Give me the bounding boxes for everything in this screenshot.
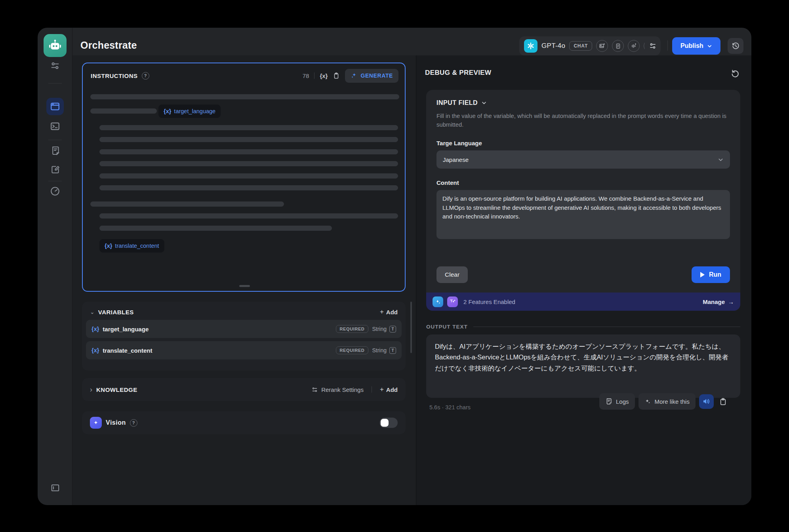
logs-button[interactable]: Logs	[599, 393, 635, 410]
generate-button[interactable]: GENERATE	[345, 69, 398, 83]
clear-button[interactable]: Clear	[436, 266, 468, 283]
add-label: Add	[386, 386, 398, 393]
page-title: Orchestrate	[80, 40, 137, 51]
sidebar-item-terminal[interactable]	[38, 121, 72, 131]
sidebar-item-monitoring[interactable]	[38, 186, 72, 196]
variable-row-target-language[interactable]: {x} target_language REQUIRED String T	[86, 320, 402, 338]
sidebar-item-logs[interactable]	[38, 146, 72, 156]
variable-chip-target-language[interactable]: {x} target_language	[158, 104, 221, 118]
run-button[interactable]: Run	[692, 266, 730, 283]
instructions-editor[interactable]: INSTRUCTIONS ? 78 {x}	[82, 63, 406, 292]
sparkles-icon	[644, 398, 651, 405]
copy-icon[interactable]	[333, 72, 340, 79]
openai-icon	[524, 39, 537, 53]
history-button[interactable]	[728, 38, 743, 54]
skeleton-line	[90, 94, 399, 99]
features-enabled-text: 2 Features Enabled	[463, 298, 515, 305]
copy-output-button[interactable]	[717, 395, 729, 407]
play-audio-button[interactable]	[699, 394, 714, 409]
content-textarea[interactable]: Dify is an open-source platform for buil…	[436, 190, 730, 239]
preferences-sliders-icon[interactable]	[38, 61, 72, 70]
sparkle-icon	[351, 72, 357, 79]
collapse-panel-icon[interactable]	[38, 483, 72, 493]
add-variable-button[interactable]: + Add	[380, 308, 398, 316]
target-language-select[interactable]: Japanese	[436, 150, 730, 169]
rail-divider	[48, 181, 62, 181]
variable-glyph: {x}	[164, 108, 171, 114]
content-field-label: Content	[436, 179, 730, 186]
skeleton-line	[99, 226, 332, 231]
publish-label: Publish	[680, 42, 703, 49]
model-mode-badge: CHAT	[569, 41, 592, 51]
speaker-icon	[702, 397, 710, 405]
plus-icon: +	[380, 308, 384, 316]
vision-toggle[interactable]	[379, 418, 398, 428]
variable-row-translate-content[interactable]: {x} translate_content REQUIRED String T	[86, 341, 402, 359]
sidebar-item-orchestrate[interactable]	[46, 98, 64, 115]
help-icon[interactable]: ?	[142, 72, 149, 80]
add-label: Add	[386, 309, 398, 315]
scrollbar-thumb[interactable]	[410, 302, 412, 353]
run-label: Run	[709, 271, 721, 278]
chevron-right-icon[interactable]: ›	[90, 386, 92, 394]
screen: Orchestrate GPT-4o CHAT	[0, 0, 789, 532]
skeleton-line	[99, 173, 398, 179]
variable-glyph: {x}	[91, 347, 99, 353]
refresh-icon	[730, 68, 740, 78]
divider	[372, 386, 372, 393]
input-field-title: INPUT FIELD	[436, 99, 478, 106]
variable-type[interactable]: String T	[372, 347, 396, 354]
output-actions: Logs More like this	[599, 393, 729, 410]
editor-resize-handle[interactable]	[239, 285, 250, 287]
skeleton-line	[99, 213, 398, 218]
model-name: GPT-4o	[541, 42, 565, 50]
input-field-description: Fill in the value of the variable, which…	[436, 112, 730, 129]
string-type-icon: T	[389, 347, 396, 354]
vision-title: Vision	[106, 419, 126, 426]
help-icon[interactable]: ?	[130, 419, 137, 427]
reset-debug-button[interactable]	[729, 67, 741, 79]
generate-label: GENERATE	[360, 72, 393, 79]
toolbar-divider	[314, 72, 314, 79]
output-divider-line	[473, 327, 740, 327]
toggle-knob	[381, 419, 389, 427]
gauge-icon	[50, 186, 60, 196]
knowledge-title: KNOWLEDGE	[96, 386, 137, 393]
rail-divider	[48, 140, 62, 140]
model-selector[interactable]: GPT-4o CHAT	[519, 36, 660, 55]
chevron-down-icon[interactable]	[481, 100, 487, 106]
chevron-down-icon[interactable]: ⌄	[90, 309, 95, 315]
variable-glyph: {x}	[91, 326, 99, 332]
rerank-settings-button[interactable]: Rerank Settings	[311, 386, 364, 393]
variable-type[interactable]: String T	[372, 326, 396, 332]
manage-features-button[interactable]: Manage →	[703, 298, 734, 305]
history-icon	[731, 42, 740, 50]
language-field-label: Targe Language	[436, 140, 730, 146]
input-field-card: INPUT FIELD Fill in the value of the var…	[426, 90, 740, 293]
more-like-this-button[interactable]: More like this	[638, 393, 696, 410]
output-stats: 5.6s · 321 chars	[429, 404, 471, 410]
plus-icon: +	[380, 386, 384, 393]
clear-label: Clear	[445, 271, 459, 278]
variable-glyph: {x}	[105, 243, 112, 249]
rerank-label: Rerank Settings	[321, 386, 364, 393]
debug-column: DEBUG & PREVIEW INPUT FIELD Fill in the …	[416, 55, 751, 505]
skeleton-line	[99, 185, 398, 190]
variable-chip-translate-content[interactable]: {x} translate_content	[99, 239, 164, 253]
insert-variable-icon[interactable]: {x}	[320, 72, 328, 79]
publish-button[interactable]: Publish	[672, 37, 720, 55]
robot-icon	[48, 38, 62, 53]
type-label: String	[372, 326, 387, 332]
model-parameters-button[interactable]	[645, 38, 661, 54]
document-list-icon	[50, 146, 60, 156]
features-banner[interactable]: 2 Features Enabled Manage →	[426, 293, 740, 311]
sidebar-item-annotation[interactable]	[38, 165, 72, 175]
clipboard-icon	[719, 397, 727, 406]
chevron-down-icon	[718, 157, 724, 163]
arrow-right-icon: →	[728, 298, 734, 305]
app-window: Orchestrate GPT-4o CHAT	[38, 28, 751, 505]
add-knowledge-button[interactable]: + Add	[380, 386, 398, 393]
prompt-column: INSTRUCTIONS ? 78 {x}	[72, 55, 416, 505]
logs-label: Logs	[616, 398, 629, 405]
app-logo[interactable]	[44, 34, 67, 57]
